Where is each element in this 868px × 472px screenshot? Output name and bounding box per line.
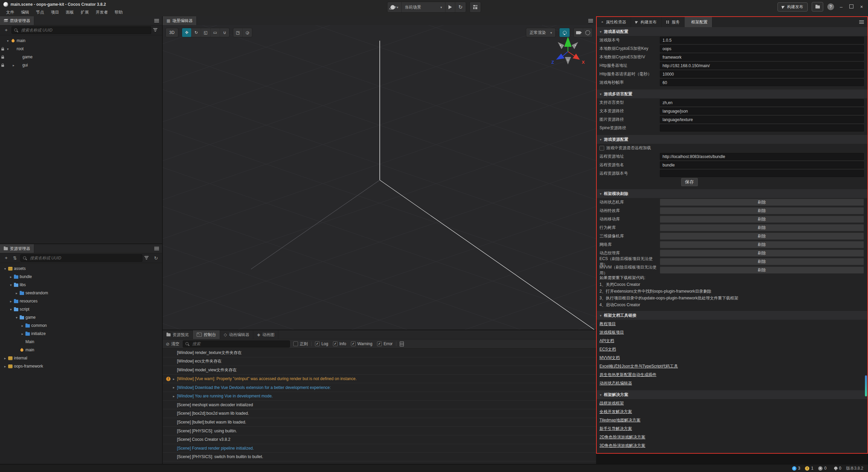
log-row[interactable]: ! [Scene] [bullet]:bullet wasm lib loade… xyxy=(163,418,596,427)
field-input[interactable] xyxy=(660,170,864,177)
expand-chevron-icon[interactable] xyxy=(8,308,13,311)
assets-filter-button[interactable] xyxy=(144,256,151,260)
expand-chevron-icon[interactable] xyxy=(8,283,13,287)
rotate-snap-button[interactable]: ◶ xyxy=(243,28,252,37)
open-project-folder-button[interactable] xyxy=(812,2,823,12)
log-level-checkbox[interactable]: Warning xyxy=(351,341,372,346)
reload-button[interactable] xyxy=(455,2,466,12)
assets-add-button[interactable]: ＋ xyxy=(3,255,9,261)
field-input[interactable] xyxy=(660,37,864,44)
expand-chevron-icon[interactable] xyxy=(20,324,25,328)
log-row[interactable]: ! [Window] You are running Vue in develo… xyxy=(163,392,596,401)
menu-item[interactable]: 编辑 xyxy=(18,9,33,16)
snap-button[interactable]: ◳ xyxy=(233,28,243,37)
regex-checkbox[interactable]: 正则 xyxy=(293,341,308,347)
remove-module-button[interactable]: 剔除 xyxy=(660,241,864,248)
notification-count[interactable]: 0 xyxy=(834,466,842,471)
field-input[interactable] xyxy=(660,45,864,52)
doc-link[interactable]: 动画状态机编辑器 xyxy=(599,380,632,386)
doc-link[interactable]: 教程项目 xyxy=(599,321,616,327)
field-input[interactable] xyxy=(660,62,864,69)
inspector-tab[interactable]: 框架配置 xyxy=(685,17,712,27)
hierarchy-filter-button[interactable] xyxy=(153,28,159,32)
section-header-modules[interactable]: 框架模块剔除 xyxy=(597,189,867,198)
menu-item[interactable]: 帮助 xyxy=(111,9,126,16)
render-mode-select[interactable]: 正常渲染 xyxy=(526,28,556,37)
expand-chevron-icon[interactable] xyxy=(8,275,13,279)
maximize-button[interactable] xyxy=(848,4,854,9)
expand-chevron-icon[interactable] xyxy=(14,291,19,295)
assets-refresh-button[interactable] xyxy=(153,255,159,261)
layout-button[interactable] xyxy=(469,2,481,13)
field-input[interactable] xyxy=(660,71,864,78)
doc-link[interactable]: MVVM文档 xyxy=(599,355,620,361)
scene-select[interactable]: 当前场景 xyxy=(402,2,446,12)
rotate-tool-button[interactable]: ↻ xyxy=(192,28,201,37)
hierarchy-add-button[interactable]: ＋ xyxy=(3,27,9,34)
section-header-basic[interactable]: 游戏基础配置 xyxy=(597,27,867,36)
asset-node-row[interactable]: internal xyxy=(0,354,162,362)
section-header-docs[interactable]: 框架文档工具链接 xyxy=(597,311,867,320)
expand-log-chevron-icon[interactable] xyxy=(173,377,175,381)
asset-node-row[interactable]: common xyxy=(0,321,162,330)
rect-tool-button[interactable]: ▭ xyxy=(211,28,220,37)
asset-node-row[interactable]: resources xyxy=(0,297,162,305)
asset-node-row[interactable]: game xyxy=(0,313,162,321)
asset-node-row[interactable]: Main xyxy=(0,338,162,346)
expand-chevron-icon[interactable] xyxy=(3,365,7,368)
doc-link[interactable]: Excel格式转Json文件与TypeScript代码工具 xyxy=(599,363,678,369)
hierarchy-search-input[interactable] xyxy=(20,27,149,33)
field-input[interactable] xyxy=(660,153,864,160)
inspector-scrollbar-thumb[interactable] xyxy=(865,375,867,396)
console-tab[interactable]: 动画编辑器 xyxy=(220,330,253,339)
close-button[interactable]: × xyxy=(859,4,865,9)
log-level-checkbox[interactable]: Log xyxy=(315,341,328,346)
minimize-button[interactable]: – xyxy=(838,4,844,9)
asset-node-row[interactable]: seedrandom xyxy=(0,289,162,297)
scene-menu-icon[interactable] xyxy=(588,19,593,22)
section-header-solutions[interactable]: 框架解决方案 xyxy=(597,390,867,399)
expand-chevron-icon[interactable] xyxy=(5,39,10,43)
camera-settings-button[interactable] xyxy=(574,28,583,37)
move-tool-button[interactable]: ✥ xyxy=(182,28,192,37)
mode-3d-button[interactable]: 3D xyxy=(165,28,178,37)
asset-node-row[interactable]: oops-framework xyxy=(0,362,162,370)
menu-item[interactable]: 扩展 xyxy=(77,9,92,16)
hierarchy-menu-icon[interactable] xyxy=(154,19,159,22)
expand-chevron-icon[interactable] xyxy=(20,332,25,336)
section-header-language[interactable]: 游戏多语言配置 xyxy=(597,90,867,98)
expand-chevron-icon[interactable] xyxy=(3,356,7,360)
hierarchy-node-row[interactable]: main xyxy=(0,37,162,45)
menu-item[interactable]: 节点 xyxy=(33,9,47,16)
assets-sort-button[interactable] xyxy=(12,255,18,261)
scene-viewport[interactable] xyxy=(163,25,596,330)
solution-link[interactable]: 2D角色扮演游戏解决方案 xyxy=(599,434,645,440)
open-log-file-button[interactable] xyxy=(400,341,404,347)
log-row[interactable]: ! [Scene] [box2d]:box2d wasm lib loaded. xyxy=(163,409,596,418)
field-input[interactable] xyxy=(660,79,864,86)
save-button[interactable]: 保存 xyxy=(681,178,698,186)
doc-link[interactable]: ECS文档 xyxy=(599,347,616,352)
console-clear-button[interactable]: 清空 xyxy=(166,341,179,347)
remove-module-button[interactable]: 剔除 xyxy=(660,199,864,206)
tab-assets[interactable]: 资源管理器 xyxy=(0,244,34,253)
warning-count[interactable]: ! 1 xyxy=(805,466,813,471)
menu-item[interactable]: 项目 xyxy=(47,9,62,16)
log-row[interactable]: ! [Scene] [PHYSICS]: using builtin. xyxy=(163,427,596,435)
inspector-tab[interactable]: 构建发布 xyxy=(631,17,662,27)
build-publish-button[interactable]: 构建发布 xyxy=(777,2,808,12)
tab-scene-editor[interactable]: 场景编辑器 xyxy=(163,16,197,25)
menu-item[interactable]: 开发者 xyxy=(92,9,111,16)
expand-log-chevron-icon[interactable] xyxy=(173,394,175,398)
inspector-tab[interactable]: 属性检查器 xyxy=(597,17,631,27)
remove-module-button[interactable]: 剔除 xyxy=(660,250,864,257)
log-row[interactable]: ! [Scene] Forward render pipeline initia… xyxy=(163,444,596,453)
console-search-input[interactable] xyxy=(192,341,287,347)
log-level-checkbox[interactable]: Error xyxy=(377,341,393,346)
asset-node-row[interactable]: initialize xyxy=(0,330,162,338)
log-level-checkbox[interactable]: Info xyxy=(333,341,346,346)
asset-node-row[interactable]: bundle xyxy=(0,273,162,281)
tab-hierarchy[interactable]: 层级管理器 xyxy=(0,16,34,25)
field-input[interactable] xyxy=(660,99,864,106)
scale-tool-button[interactable]: ◱ xyxy=(201,28,211,37)
